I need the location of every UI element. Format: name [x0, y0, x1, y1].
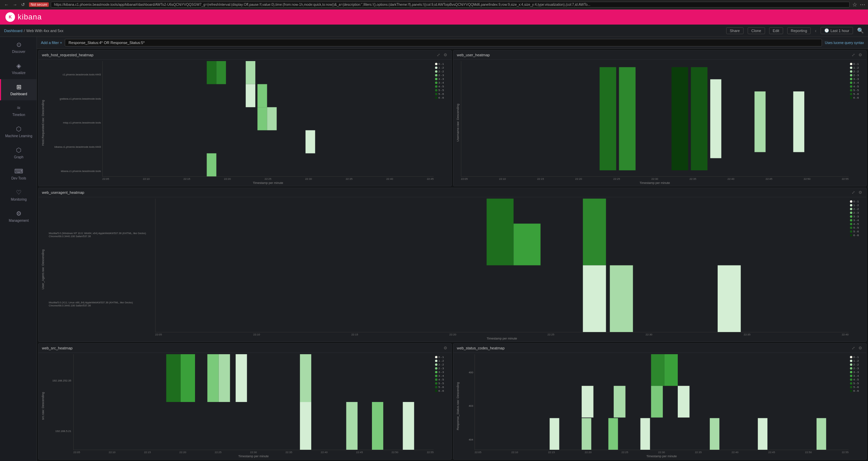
reporting-button[interactable]: Reporting	[787, 27, 811, 34]
expand-button[interactable]: ⤢	[851, 53, 856, 57]
legend-item[interactable]: 3 - 4	[435, 374, 449, 377]
legend-item[interactable]: 2 - 3	[850, 367, 864, 370]
search-button[interactable]: 🔍	[857, 27, 864, 34]
management-icon: ⚙	[16, 210, 21, 217]
legend-item[interactable]: 4 - 5	[850, 85, 864, 88]
sidebar-item-discover[interactable]: ⊙ Discover	[0, 37, 36, 58]
legend-item[interactable]: 5 - 6	[850, 92, 864, 96]
legend-item[interactable]: 2 - 3	[435, 367, 449, 370]
clone-button[interactable]: Clone	[748, 27, 765, 34]
add-filter-button[interactable]: Add a filter +	[41, 41, 62, 45]
legend-item[interactable]: 6 - 6	[850, 96, 864, 99]
gear-button[interactable]: ⚙	[443, 53, 448, 57]
share-button[interactable]: Share	[726, 27, 744, 34]
legend-item[interactable]: 6 - 6	[850, 389, 864, 392]
y-axis-label-item: 192.168.252.35	[48, 379, 71, 382]
legend-item[interactable]: 2 - 2	[850, 70, 864, 73]
legend-item[interactable]: 5 - 6	[850, 386, 864, 389]
query-input[interactable]	[65, 39, 822, 46]
legend-item[interactable]: 0 - 1	[850, 62, 864, 66]
sidebar-item-dashboard[interactable]: ⊞ Dashboard	[0, 79, 36, 100]
edit-button[interactable]: Edit	[769, 27, 783, 34]
legend-item[interactable]: 3 - 4	[850, 374, 864, 377]
legend-item[interactable]: 5 - 5	[435, 382, 449, 385]
legend-item[interactable]: 1 - 2	[435, 66, 449, 69]
refresh-button[interactable]: ↺	[20, 1, 26, 8]
chart-main: 22:05 22:10 22:15 22:20 22:25 22:30 22:3…	[102, 61, 434, 185]
sidebar-item-machine-learning[interactable]: ⬡ Machine Learning	[0, 121, 36, 142]
y-axis-label-item: misp.c1.phoenix.beastmode.tools	[47, 121, 101, 124]
panel-title: web_src_heatmap	[42, 346, 443, 350]
legend-item[interactable]: 4 - 5	[435, 85, 449, 88]
legend-item[interactable]: 3 - 3	[850, 371, 864, 374]
legend-item[interactable]: 2 - 2	[850, 207, 864, 211]
legend-item[interactable]: 4 - 5	[435, 378, 449, 381]
sidebar-item-visualize[interactable]: ◈ Visualize	[0, 58, 36, 79]
legend-label: 1 - 2	[853, 66, 859, 69]
expand-button[interactable]: ⤢	[436, 53, 441, 57]
forward-button[interactable]: →	[11, 1, 18, 8]
legend-item[interactable]: 5 - 5	[850, 226, 864, 229]
x-tick: 22:50	[804, 177, 810, 181]
legend-item[interactable]: 5 - 6	[850, 230, 864, 233]
legend-item[interactable]: 6 - 6	[435, 96, 449, 99]
back-button[interactable]: ←	[3, 1, 10, 8]
legend-item[interactable]: 3 - 4	[850, 219, 864, 222]
sidebar-item-graph[interactable]: ⬡ Graph	[0, 142, 36, 163]
breadcrumb-root[interactable]: Dashboard	[4, 29, 23, 33]
legend-item[interactable]: 5 - 6	[435, 386, 449, 389]
legend-item[interactable]: 5 - 6	[435, 92, 449, 96]
legend-item[interactable]: 5 - 5	[850, 382, 864, 385]
legend-item[interactable]: 1 - 2	[850, 359, 864, 362]
legend-item[interactable]: 2 - 3	[850, 74, 864, 77]
x-tick: 22:35	[695, 451, 702, 454]
time-picker-button[interactable]: 🕐 Last 1 hour	[821, 27, 853, 34]
legend-item[interactable]: 1 - 2	[850, 204, 864, 207]
expand-button[interactable]: ⤢	[851, 346, 856, 350]
y-axis-label-item: Mozilla/5.0 (X11; Linux x86_64) AppleWeb…	[49, 301, 152, 307]
legend-item[interactable]: 2 - 2	[435, 363, 449, 366]
gear-button[interactable]: ⚙	[858, 346, 863, 350]
legend-item[interactable]: 2 - 3	[435, 74, 449, 77]
legend-item[interactable]: 0 - 1	[850, 200, 864, 203]
legend-item[interactable]: 4 - 5	[850, 378, 864, 381]
sidebar-item-monitoring[interactable]: ♡ Monitoring	[0, 185, 36, 206]
legend-item[interactable]: 2 - 2	[435, 70, 449, 73]
bookmark-icon[interactable]: ☆	[852, 1, 857, 8]
x-tick: 22:25	[548, 333, 554, 336]
legend-item[interactable]: 6 - 6	[850, 234, 864, 237]
legend-item[interactable]: 3 - 4	[435, 81, 449, 84]
url-bar[interactable]: https://kibana.c1.phoenix.beastmode.tool…	[51, 2, 850, 8]
legend-item[interactable]: 3 - 3	[850, 77, 864, 81]
svg-rect-12	[691, 67, 707, 170]
legend-label: 4 - 5	[853, 222, 859, 226]
sidebar-item-timelion[interactable]: ≈ Timelion	[0, 100, 36, 121]
gear-button[interactable]: ⚙	[858, 53, 863, 57]
legend-item[interactable]: 3 - 3	[435, 77, 449, 81]
sidebar-item-dev-tools[interactable]: ⌨ Dev Tools	[0, 163, 36, 185]
legend-item[interactable]: 1 - 2	[435, 359, 449, 362]
chevron-left-icon[interactable]: ‹	[815, 28, 817, 33]
legend-dot	[850, 227, 852, 229]
legend-item[interactable]: 6 - 6	[435, 389, 449, 392]
x-tick: 22:25	[215, 451, 222, 454]
legend-item[interactable]: 5 - 5	[850, 89, 864, 92]
menu-icon[interactable]: ⋯	[860, 1, 865, 8]
legend-item[interactable]: 5 - 5	[435, 89, 449, 92]
gear-button[interactable]: ⚙	[443, 346, 448, 350]
panel-title: web_host_requested_heatmap	[42, 53, 436, 57]
sidebar-item-management[interactable]: ⚙ Management	[0, 206, 36, 227]
gear-button[interactable]: ⚙	[858, 190, 863, 195]
expand-button[interactable]: ⤢	[851, 190, 856, 195]
legend-item[interactable]: 2 - 3	[850, 211, 864, 214]
legend-item[interactable]: 0 - 1	[435, 62, 449, 66]
legend-label: 3 - 4	[853, 219, 859, 222]
legend-item[interactable]: 3 - 4	[850, 81, 864, 84]
legend-item[interactable]: 4 - 5	[850, 222, 864, 226]
legend-item[interactable]: 3 - 3	[850, 215, 864, 218]
legend-item[interactable]: 1 - 2	[850, 66, 864, 69]
legend-item[interactable]: 2 - 2	[850, 363, 864, 366]
legend-item[interactable]: 0 - 1	[435, 356, 449, 359]
legend-item[interactable]: 3 - 3	[435, 371, 449, 374]
legend-item[interactable]: 0 - 1	[850, 356, 864, 359]
